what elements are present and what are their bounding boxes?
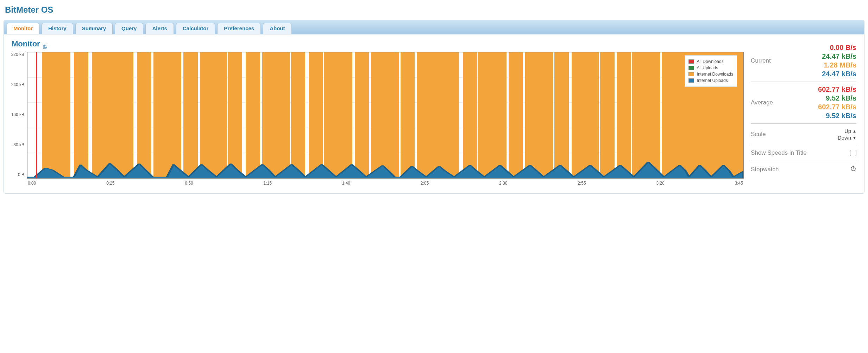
- average-stats: Average 602.77 kB/s 9.52 kB/s 602.77 kB/…: [751, 82, 856, 124]
- y-tick: 240 kB: [10, 82, 26, 87]
- popout-icon[interactable]: [43, 42, 47, 46]
- x-tick: 2:30: [499, 181, 507, 186]
- y-axis-labels: 320 kB 240 kB 160 kB 80 kB 0 B: [10, 52, 26, 177]
- triangle-down-icon: ▼: [853, 136, 856, 140]
- average-label: Average: [751, 99, 773, 106]
- section-title: Monitor: [12, 39, 744, 49]
- current-label: Current: [751, 57, 771, 64]
- legend-item: Internet Downloads: [688, 72, 733, 77]
- legend-item: All Uploads: [688, 65, 733, 70]
- chart-legend: All Downloads All Uploads Internet Downl…: [685, 55, 737, 87]
- current-stats: Current 0.00 B/s 24.47 kB/s 1.28 MB/s 24…: [751, 40, 856, 82]
- x-tick: 1:15: [264, 181, 272, 186]
- tab-preferences[interactable]: Preferences: [217, 23, 261, 34]
- x-tick: 2:05: [421, 181, 429, 186]
- average-all-uploads: 9.52 kB/s: [777, 94, 856, 102]
- svg-rect-0: [43, 46, 46, 49]
- scale-down-button[interactable]: Down ▼: [838, 135, 856, 141]
- legend-label: All Uploads: [697, 65, 718, 70]
- scale-up-button[interactable]: Up ▲: [844, 128, 856, 134]
- legend-swatch: [688, 78, 694, 83]
- x-tick: 0:25: [106, 181, 114, 186]
- internet-uploads-series: [27, 52, 743, 178]
- triangle-up-icon: ▲: [853, 129, 856, 133]
- plot-area: All Downloads All Uploads Internet Downl…: [27, 52, 744, 179]
- x-tick: 2:55: [578, 181, 586, 186]
- legend-swatch: [688, 66, 694, 70]
- show-speeds-control: Show Speeds in Title: [751, 145, 856, 161]
- clock-icon[interactable]: [850, 165, 856, 173]
- current-all-uploads: 24.47 kB/s: [775, 52, 856, 60]
- scale-label: Scale: [751, 131, 766, 138]
- stats-panel: Current 0.00 B/s 24.47 kB/s 1.28 MB/s 24…: [751, 39, 856, 178]
- tab-about[interactable]: About: [263, 23, 291, 34]
- legend-swatch: [688, 59, 694, 64]
- y-tick: 160 kB: [10, 112, 26, 117]
- y-tick: 80 kB: [10, 142, 26, 147]
- tab-alerts[interactable]: Alerts: [145, 23, 174, 34]
- legend-item: All Downloads: [688, 59, 733, 64]
- tab-query[interactable]: Query: [115, 23, 143, 34]
- legend-label: All Downloads: [697, 59, 724, 64]
- main-panel: Monitor History Summary Query Alerts Cal…: [4, 20, 864, 194]
- x-tick: 3:20: [656, 181, 664, 186]
- legend-label: Internet Uploads: [697, 78, 728, 83]
- current-all-downloads: 0.00 B/s: [775, 44, 856, 52]
- scale-up-label: Up: [844, 128, 851, 134]
- x-tick: 1:40: [342, 181, 350, 186]
- current-internet-uploads: 24.47 kB/s: [775, 70, 856, 78]
- tab-summary[interactable]: Summary: [75, 23, 113, 34]
- legend-label: Internet Downloads: [697, 72, 733, 77]
- x-tick: 3:45: [735, 181, 743, 186]
- stopwatch-control: Stopwatch: [751, 161, 856, 178]
- show-speeds-label: Show Speeds in Title: [751, 149, 807, 156]
- average-internet-uploads: 9.52 kB/s: [777, 112, 856, 120]
- stopwatch-label: Stopwatch: [751, 166, 779, 173]
- y-tick: 320 kB: [10, 52, 26, 57]
- scale-down-label: Down: [838, 135, 851, 141]
- tab-history[interactable]: History: [42, 23, 73, 34]
- legend-swatch: [688, 72, 694, 76]
- scale-control: Scale Up ▲ Down ▼: [751, 124, 856, 145]
- x-tick: 0:50: [185, 181, 193, 186]
- current-internet-downloads: 1.28 MB/s: [775, 61, 856, 69]
- tab-calculator[interactable]: Calculator: [176, 23, 215, 34]
- average-all-downloads: 602.77 kB/s: [777, 85, 856, 94]
- x-tick: 0:00: [28, 181, 36, 186]
- monitor-chart: 320 kB 240 kB 160 kB 80 kB 0 B: [27, 52, 744, 186]
- show-speeds-checkbox[interactable]: [850, 150, 856, 156]
- y-tick: 0 B: [10, 172, 26, 177]
- x-axis-labels: 0:00 0:25 0:50 1:15 1:40 2:05 2:30 2:55 …: [27, 181, 744, 186]
- tab-bar: Monitor History Summary Query Alerts Cal…: [4, 20, 864, 34]
- section-title-text: Monitor: [12, 39, 40, 49]
- app-title: BitMeter OS: [5, 5, 863, 15]
- average-internet-downloads: 602.77 kB/s: [777, 103, 856, 111]
- tab-monitor[interactable]: Monitor: [7, 23, 39, 34]
- legend-item: Internet Uploads: [688, 78, 733, 83]
- current-time-marker: [36, 52, 37, 178]
- svg-rect-1: [44, 45, 47, 47]
